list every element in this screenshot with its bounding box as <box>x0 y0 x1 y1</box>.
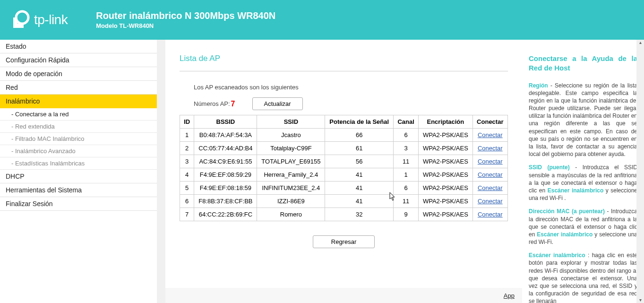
table-row: 3AC:84:C9:E6:91:55TOTALPLAY_E691555611WP… <box>180 155 508 168</box>
cell-ssid: Totalplay-C99F <box>257 142 325 155</box>
cell-bssid: B0:48:7A:AF:54:3A <box>194 129 257 142</box>
connect-link[interactable]: Conectar <box>478 211 503 218</box>
cell-channel: 6 <box>394 129 419 142</box>
footer-bar: App <box>165 288 522 303</box>
table-row: 5F4:9E:EF:08:18:59INFINITUM23EE_2.4416WP… <box>180 182 508 195</box>
connect-link[interactable]: Conectar <box>478 184 503 191</box>
sidebar-sub-filtrado-mac[interactable]: - Filtrado MAC Inalámbrico <box>0 133 157 145</box>
cell-ssid: IZZI-86E9 <box>257 195 325 208</box>
brand-text: tp-link <box>34 12 68 27</box>
help-ssid: SSID (puente) - Introduzca el SSID sensi… <box>529 164 637 202</box>
cell-id: 7 <box>180 208 194 221</box>
connect-link[interactable]: Conectar <box>478 145 503 152</box>
main-content: Lista de AP Los AP escaneados son los si… <box>165 40 522 303</box>
th-connect: Conectar <box>472 115 507 129</box>
th-channel: Canal <box>394 115 419 129</box>
cell-channel: 9 <box>394 208 419 221</box>
cell-enc: WPA2-PSK/AES <box>419 168 472 182</box>
cell-id: 3 <box>180 155 194 168</box>
sidebar: Estado Configuración Rápida Modo de oper… <box>0 40 157 303</box>
brand-logo: tp-link <box>9 9 68 30</box>
table-row: 2CC:05:77:44:AD:B4Totalplay-C99F613WPA2-… <box>180 142 508 155</box>
cell-enc: WPA2-PSK/AES <box>419 155 472 168</box>
page-title: Lista de AP <box>180 54 508 71</box>
sidebar-sub-red-extendida[interactable]: - Red extendida <box>0 121 157 133</box>
table-row: 6F8:8B:37:E8:CF:BBIZZI-86E94111WPA2-PSK/… <box>180 195 508 208</box>
help-panel: Conectarse a la Ayuda de la Red de Host … <box>522 40 644 303</box>
ap-count-value: 7 <box>231 100 235 108</box>
sidebar-item-modo-operacion[interactable]: Modo de operación <box>0 67 157 81</box>
cell-enc: WPA2-PSK/AES <box>419 195 472 208</box>
th-encryption: Encriptación <box>419 115 472 129</box>
connect-link[interactable]: Conectar <box>478 171 503 178</box>
table-row: 1B0:48:7A:AF:54:3AJcastro666WPA2-PSK/AES… <box>180 129 508 142</box>
ap-count-label: Números AP: <box>194 100 230 107</box>
cell-id: 5 <box>180 182 194 195</box>
cell-bssid: 64:CC:22:2B:69:FC <box>194 208 257 221</box>
th-ssid: SSID <box>257 115 325 129</box>
help-title: Conectarse a la Ayuda de la Red de Host <box>529 54 637 73</box>
table-row: 764:CC:22:2B:69:FCRomero329WPA2-PSK/AESC… <box>180 208 508 221</box>
sidebar-item-estado[interactable]: Estado <box>0 40 157 53</box>
sidebar-sub-estadisticas[interactable]: - Estadísticas Inalámbricas <box>0 157 157 170</box>
cell-enc: WPA2-PSK/AES <box>419 129 472 142</box>
header: tp-link Router inalámbrico N 300Mbps WR8… <box>0 0 644 40</box>
sidebar-item-herramientas[interactable]: Herramientas del Sistema <box>0 183 157 197</box>
cell-signal: 41 <box>325 195 394 208</box>
cell-signal: 61 <box>325 142 394 155</box>
sidebar-item-red[interactable]: Red <box>0 81 157 95</box>
cell-bssid: CC:05:77:44:AD:B4 <box>194 142 257 155</box>
cell-id: 6 <box>180 195 194 208</box>
help-mac: Dirección MAC (a puentear) - Introduzca … <box>529 208 637 246</box>
cell-bssid: F4:9E:EF:08:18:59 <box>194 182 257 195</box>
scrollbar[interactable]: ▴ ▾ <box>636 40 644 303</box>
sidebar-item-config-rapida[interactable]: Configuración Rápida <box>0 53 157 67</box>
connect-link[interactable]: Conectar <box>478 131 503 139</box>
sidebar-item-inalambrico[interactable]: Inalámbrico <box>0 95 157 108</box>
cell-signal: 66 <box>325 129 394 142</box>
help-scanner: Escáner inalámbrico : haga clic en este … <box>529 251 637 303</box>
svg-rect-2 <box>13 24 24 28</box>
cell-channel: 3 <box>394 142 419 155</box>
product-model: Modelo TL-WR840N <box>96 22 275 29</box>
product-title: Router inalámbrico N 300Mbps WR840N <box>96 10 275 21</box>
cell-ssid: Jcastro <box>257 129 325 142</box>
cell-signal: 32 <box>325 208 394 221</box>
header-title-block: Router inalámbrico N 300Mbps WR840N Mode… <box>96 10 275 29</box>
table-row: 4F4:9E:EF:08:59:29Herrera_Family_2.4411W… <box>180 168 508 182</box>
back-button[interactable]: Regresar <box>313 235 375 248</box>
tp-link-icon <box>9 9 30 30</box>
cell-signal: 41 <box>325 168 394 182</box>
table-header-row: ID BSSID SSID Potencia de la Señal Canal… <box>180 115 508 129</box>
cell-channel: 11 <box>394 195 419 208</box>
cell-enc: WPA2-PSK/AES <box>419 142 472 155</box>
connect-link[interactable]: Conectar <box>478 158 503 165</box>
cell-bssid: F8:8B:37:E8:CF:BB <box>194 195 257 208</box>
app-link[interactable]: App <box>504 292 515 299</box>
sidebar-item-dhcp[interactable]: DHCP <box>0 170 157 183</box>
cell-enc: WPA2-PSK/AES <box>419 182 472 195</box>
th-bssid: BSSID <box>194 115 257 129</box>
cell-ssid: Romero <box>257 208 325 221</box>
cell-id: 1 <box>180 129 194 142</box>
cell-bssid: AC:84:C9:E6:91:55 <box>194 155 257 168</box>
cell-bssid: F4:9E:EF:08:59:29 <box>194 168 257 182</box>
cell-enc: WPA2-PSK/AES <box>419 208 472 221</box>
scan-result-text: Los AP escaneados son los siguientes <box>194 84 508 91</box>
scroll-down-icon[interactable]: ▾ <box>637 297 643 303</box>
cell-id: 2 <box>180 142 194 155</box>
th-signal: Potencia de la Señal <box>325 115 394 129</box>
cell-channel: 1 <box>394 168 419 182</box>
cell-channel: 6 <box>394 182 419 195</box>
refresh-button[interactable]: Actualizar <box>252 97 303 110</box>
cell-ssid: INFINITUM23EE_2.4 <box>257 182 325 195</box>
ap-table: ID BSSID SSID Potencia de la Señal Canal… <box>180 115 508 221</box>
th-id: ID <box>180 115 194 129</box>
svg-point-0 <box>16 11 28 24</box>
sidebar-item-finalizar[interactable]: Finalizar Sesión <box>0 197 157 211</box>
sidebar-sub-avanzado[interactable]: - Inalámbrico Avanzado <box>0 145 157 157</box>
sidebar-sub-conectarse[interactable]: - Conectarse a la red <box>0 108 157 121</box>
help-region: Región - Seleccione su región de la list… <box>529 82 637 158</box>
connect-link[interactable]: Conectar <box>478 198 503 205</box>
scroll-up-icon[interactable]: ▴ <box>637 40 643 45</box>
